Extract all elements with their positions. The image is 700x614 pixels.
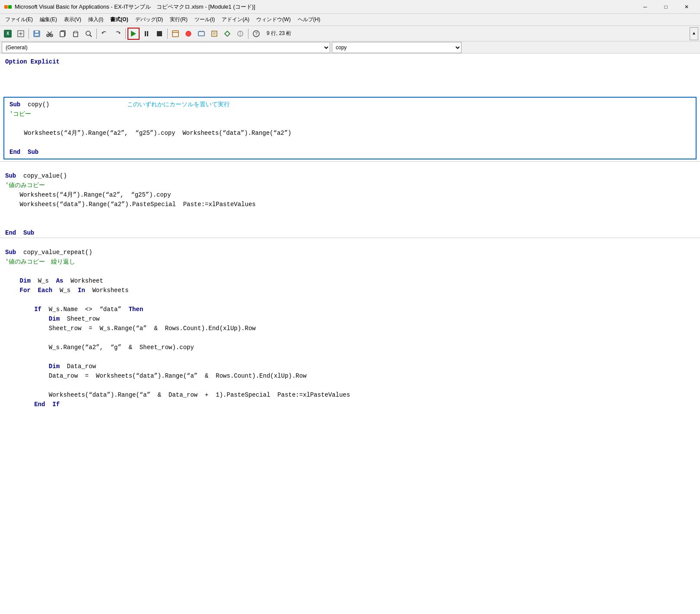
play-icon	[131, 31, 136, 37]
svg-text:?: ?	[255, 31, 258, 36]
code-content[interactable]: Option Explicit Sub copy()このいずれかにカーソルを置い…	[0, 54, 700, 614]
toolbar: X	[0, 26, 700, 41]
ws-range-copy-line: W_s.Range(“a2”, “g” & Sheet_row).copy	[0, 343, 700, 352]
object-browser-button[interactable]	[234, 28, 246, 40]
code-header: (General) copy	[0, 41, 700, 54]
save-button[interactable]	[31, 28, 43, 40]
sheetrow-assign-line: Sheet_row = W_s.Range(“a” & Rows.Count).…	[0, 324, 700, 333]
sub-copy-line: Sub copy()このいずれかにカーソルを置いて実行	[4, 99, 696, 109]
sub-repeat-line: Sub copy_value_repeat()	[0, 248, 700, 257]
toolbar-scroll[interactable]: ▲	[690, 27, 698, 40]
blank-line-10	[0, 267, 700, 276]
blank-line-8	[0, 219, 700, 228]
end-if-line: End If	[0, 400, 700, 409]
immediate-button[interactable]	[221, 28, 233, 40]
blank-line-4	[4, 119, 696, 128]
excel-icon: X	[4, 30, 12, 38]
userform-button[interactable]	[169, 28, 181, 40]
watch-button[interactable]	[195, 28, 207, 40]
menu-tools[interactable]: ツール(I)	[191, 14, 218, 25]
insert-icon	[17, 30, 25, 38]
datarow-assign-line: Data_row = Worksheets(“data”).Range(“a” …	[0, 371, 700, 381]
insert-module-button[interactable]	[15, 28, 27, 40]
undo-button[interactable]	[99, 28, 111, 40]
blank-line-1	[0, 67, 700, 76]
menu-run[interactable]: 実行(R)	[166, 14, 191, 25]
menu-window[interactable]: ウィンドウ(W)	[253, 14, 294, 25]
procedure-dropdown[interactable]: copy	[332, 42, 461, 53]
blank-line-13	[0, 352, 700, 362]
locals-icon	[210, 30, 218, 38]
find-icon	[85, 30, 92, 38]
excel-button[interactable]: X	[2, 28, 14, 40]
svg-rect-11	[60, 32, 64, 37]
minimize-button[interactable]: ─	[635, 1, 655, 13]
svg-point-14	[86, 31, 90, 35]
cut-button[interactable]	[44, 28, 56, 40]
annotation-text: このいずれかにカーソルを置いて実行	[127, 101, 230, 108]
menu-bar: ファイル(E) 編集(E) 表示(V) 挿入(I) 書式(O) デバッグ(D) …	[0, 14, 700, 26]
sep5	[248, 29, 248, 39]
menu-edit[interactable]: 編集(E)	[36, 14, 60, 25]
undo-icon	[101, 30, 108, 38]
sep4	[167, 29, 168, 39]
locals-button[interactable]	[208, 28, 220, 40]
stop-button[interactable]	[153, 28, 165, 40]
comment-repeat-line: '値のみコピー 繰り返し	[0, 257, 700, 267]
svg-rect-13	[74, 31, 77, 33]
close-button[interactable]: ✕	[677, 1, 697, 13]
blank-line-12	[0, 333, 700, 343]
option-explicit-line: Option Explicit	[0, 57, 700, 67]
object-dropdown[interactable]: (General)	[2, 42, 330, 53]
blank-line-6	[0, 162, 700, 171]
svg-point-20	[186, 31, 191, 36]
paste-button[interactable]	[70, 28, 82, 40]
menu-debug[interactable]: デバッグ(D)	[132, 14, 167, 25]
stop-icon	[157, 31, 162, 36]
userform-icon	[172, 30, 179, 38]
end-sub-copy-line: End Sub	[4, 147, 696, 157]
blank-line-5	[4, 138, 696, 147]
dim-ws-line: Dim W_s As Worksheet	[0, 276, 700, 286]
blank-line-11	[0, 295, 700, 305]
comment-copy-line: 'コピー	[4, 109, 696, 119]
redo-button[interactable]	[111, 28, 124, 40]
find-button[interactable]	[83, 28, 95, 40]
title-bar: Microsoft Visual Basic for Applications …	[0, 0, 700, 14]
for-each-line: For Each W_s In Worksheets	[0, 286, 700, 295]
cursor-position: 9 行, 23 桁	[267, 30, 291, 37]
svg-rect-18	[172, 31, 178, 37]
help-icon: ?	[252, 30, 260, 38]
blank-line-2	[0, 76, 700, 86]
menu-help[interactable]: ヘルプ(H)	[294, 14, 324, 25]
menu-insert[interactable]: 挿入(I)	[85, 14, 107, 25]
restore-button[interactable]: □	[656, 1, 676, 13]
end-sub-copy-value-line: End Sub	[0, 228, 700, 238]
menu-addins[interactable]: アドイン(A)	[218, 14, 253, 25]
copy-icon	[59, 30, 67, 38]
comment-copy-value-line: '値のみコピー	[0, 181, 700, 190]
worksheet-copy-line: Worksheets(“4月”).Range(“a2”, “g25”).copy…	[4, 128, 696, 138]
breakpoint-icon	[185, 30, 192, 38]
svg-rect-5	[35, 34, 39, 36]
blank-line-7	[0, 209, 700, 219]
blank-line-9	[0, 238, 700, 248]
watch-icon	[197, 30, 205, 38]
copy-button[interactable]	[57, 28, 69, 40]
pause-button[interactable]	[140, 28, 153, 40]
menu-format[interactable]: 書式(O)	[107, 14, 131, 25]
paste-special-line: Worksheets(“data”).Range(“a2”).PasteSpec…	[0, 200, 700, 209]
svg-rect-24	[212, 31, 217, 36]
cut-icon	[46, 30, 54, 38]
help-button[interactable]: ?	[250, 28, 262, 40]
blank-line-3	[0, 86, 700, 95]
redo-icon	[114, 30, 121, 38]
menu-file[interactable]: ファイル(E)	[2, 14, 36, 25]
breakpoint-button[interactable]	[182, 28, 194, 40]
run-button[interactable]	[127, 28, 140, 40]
svg-rect-21	[198, 32, 204, 36]
svg-marker-27	[225, 31, 230, 36]
menu-view[interactable]: 表示(V)	[60, 14, 85, 25]
immediate-icon	[223, 30, 231, 38]
svg-line-15	[90, 35, 92, 37]
